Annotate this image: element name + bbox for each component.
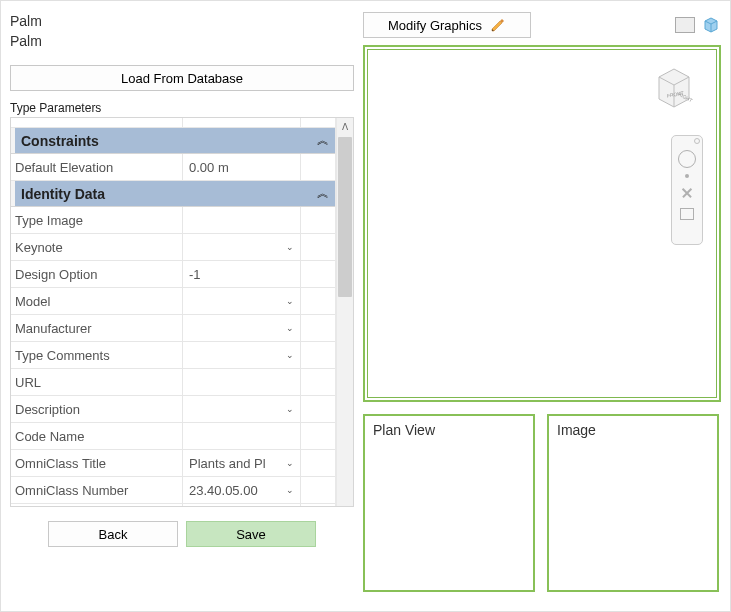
type-parameters-label: Type Parameters: [10, 101, 354, 115]
param-value[interactable]: -1: [183, 261, 300, 287]
type-name-title: Palm: [10, 31, 354, 51]
pan-icon[interactable]: [678, 184, 696, 202]
param-value[interactable]: ⌄: [183, 396, 300, 422]
group-label: Constraints: [21, 133, 99, 149]
pencil-icon: [490, 17, 506, 33]
param-name: Keynote: [11, 234, 183, 260]
separator-dot-icon: [685, 174, 689, 178]
image-panel[interactable]: Image: [547, 414, 719, 592]
viewport-3d[interactable]: FRONT RIGHT: [363, 45, 721, 402]
save-button[interactable]: Save: [186, 521, 316, 547]
param-name: URL: [11, 369, 183, 395]
back-button[interactable]: Back: [48, 521, 178, 547]
chevron-down-icon[interactable]: ⌄: [286, 485, 294, 495]
param-row[interactable]: Design Option -1: [11, 261, 335, 288]
modify-graphics-button[interactable]: Modify Graphics: [363, 12, 531, 38]
param-value[interactable]: ⌄: [183, 315, 300, 341]
param-value[interactable]: [183, 207, 300, 233]
view-mode-toggle: [675, 15, 721, 35]
chevron-down-icon[interactable]: ⌄: [286, 323, 294, 333]
param-name: Design Option: [11, 261, 183, 287]
param-row[interactable]: Model ⌄: [11, 288, 335, 315]
param-row[interactable]: Type Comments ⌄: [11, 342, 335, 369]
param-name: Description: [11, 396, 183, 422]
chevron-double-up-icon: ︽: [317, 132, 327, 149]
view-3d-icon[interactable]: [701, 15, 721, 35]
param-row-cut: [11, 504, 335, 506]
param-value[interactable]: ⌄: [183, 342, 300, 368]
param-value[interactable]: [183, 423, 300, 449]
family-name-title: Palm: [10, 11, 354, 31]
param-row[interactable]: Code Name: [11, 423, 335, 450]
plan-view-panel[interactable]: Plan View: [363, 414, 535, 592]
scroll-up-icon[interactable]: ᐱ: [337, 118, 354, 135]
param-name: Manufacturer: [11, 315, 183, 341]
chevron-down-icon[interactable]: ⌄: [286, 296, 294, 306]
param-row[interactable]: Type Image: [11, 207, 335, 234]
param-row[interactable]: URL: [11, 369, 335, 396]
param-name: Type Image: [11, 207, 183, 233]
param-value[interactable]: 0.00 m: [183, 154, 300, 180]
chevron-down-icon[interactable]: ⌄: [286, 242, 294, 252]
home-icon[interactable]: [680, 208, 694, 220]
param-row[interactable]: Keynote ⌄: [11, 234, 335, 261]
param-name: Model: [11, 288, 183, 314]
param-name: Type Comments: [11, 342, 183, 368]
param-name: OmniClass Title: [11, 450, 183, 476]
plan-view-label: Plan View: [373, 422, 435, 438]
scrollbar[interactable]: ᐱ: [336, 118, 353, 506]
param-name: Default Elevation: [11, 154, 183, 180]
close-icon[interactable]: [694, 138, 700, 144]
param-row[interactable]: OmniClass Title Plants and Pl⌄: [11, 450, 335, 477]
group-header-identity[interactable]: Identity Data ︽: [11, 181, 335, 207]
view-cube-icon[interactable]: FRONT RIGHT: [647, 59, 701, 113]
param-name: OmniClass Number: [11, 477, 183, 503]
param-value[interactable]: ⌄: [183, 288, 300, 314]
param-row[interactable]: Manufacturer ⌄: [11, 315, 335, 342]
param-row[interactable]: Description ⌄: [11, 396, 335, 423]
modify-graphics-label: Modify Graphics: [388, 18, 482, 33]
chevron-double-up-icon: ︽: [317, 185, 327, 202]
param-value[interactable]: ⌄: [183, 234, 300, 260]
group-label: Identity Data: [21, 186, 105, 202]
scroll-thumb[interactable]: [338, 137, 352, 297]
param-value[interactable]: [183, 369, 300, 395]
param-value[interactable]: Plants and Pl⌄: [183, 450, 300, 476]
group-header-constraints[interactable]: Constraints ︽: [11, 128, 335, 154]
param-name: Code Name: [11, 423, 183, 449]
load-from-database-button[interactable]: Load From Database: [10, 65, 354, 91]
chevron-down-icon[interactable]: ⌄: [286, 350, 294, 360]
orbit-icon[interactable]: [678, 150, 696, 168]
chevron-down-icon[interactable]: ⌄: [286, 404, 294, 414]
chevron-down-icon[interactable]: ⌄: [286, 458, 294, 468]
type-parameters-grid: Constraints ︽ Default Elevation 0.00 m I…: [10, 117, 354, 507]
navigation-bar[interactable]: [671, 135, 703, 245]
param-row[interactable]: OmniClass Number 23.40.05.00⌄: [11, 477, 335, 504]
param-value[interactable]: 23.40.05.00⌄: [183, 477, 300, 503]
view-2d-icon[interactable]: [675, 17, 695, 33]
param-row[interactable]: Default Elevation 0.00 m: [11, 154, 335, 181]
image-panel-label: Image: [557, 422, 596, 438]
